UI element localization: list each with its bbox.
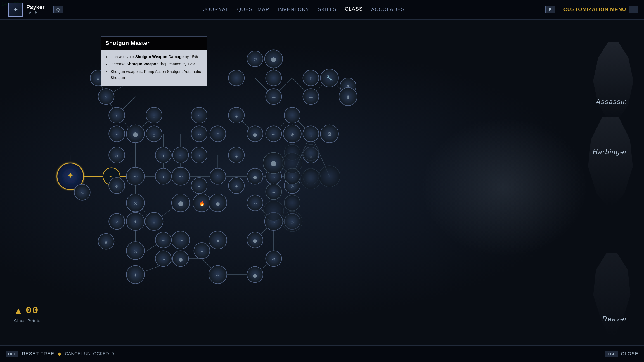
player-level: LVL 5 (26, 10, 45, 15)
reaver-label: Reaver (602, 315, 627, 323)
svg-text:△: △ (153, 133, 155, 137)
svg-text:⚔: ⚔ (133, 249, 138, 254)
svg-text:⚔: ⚔ (115, 220, 119, 224)
svg-text:◈: ◈ (235, 184, 238, 189)
svg-text:♛: ♛ (105, 240, 108, 244)
nav-quest-map[interactable]: QUEST MAP (237, 7, 269, 13)
svg-text:⏱: ⏱ (216, 175, 220, 179)
svg-text:—: — (272, 77, 276, 81)
tooltip-title: Shotgun Master (101, 37, 207, 50)
svg-text:〜: 〜 (178, 174, 183, 180)
svg-text:〜: 〜 (162, 258, 165, 262)
customization-menu[interactable]: CUSTOMIZATION MENU (564, 7, 626, 13)
nav-items: JOURNAL QUEST MAP INVENTORY SKILLS CLASS… (63, 6, 545, 13)
cancel-unlocked-label: CANCEL UNLOCKED: 0 (65, 351, 114, 356)
svg-text:✦: ✦ (133, 273, 137, 278)
svg-text:⬤: ⬤ (133, 132, 138, 137)
svg-text:〜: 〜 (216, 273, 220, 278)
svg-text:🔧: 🔧 (326, 75, 333, 82)
svg-point-214 (264, 201, 284, 221)
svg-text:✦: ✦ (162, 154, 165, 158)
svg-text:⚙: ⚙ (327, 131, 332, 137)
svg-text:〜: 〜 (272, 190, 275, 195)
svg-text:⊕: ⊕ (115, 184, 118, 189)
svg-text:✦: ✦ (67, 172, 74, 180)
svg-text:〜: 〜 (179, 154, 183, 158)
svg-text:⬤: ⬤ (271, 57, 276, 62)
nav-journal[interactable]: JOURNAL (203, 7, 229, 13)
svg-text:〜: 〜 (272, 175, 275, 179)
svg-text:◼: ◼ (216, 239, 219, 243)
svg-text:—: — (290, 114, 294, 118)
svg-text:△: △ (153, 220, 155, 224)
bottom-left-actions: DEL RESET TREE ◆ CANCEL UNLOCKED: 0 (6, 351, 114, 357)
tooltip-bullet-1: Increase your Shotgun Weapon Damage by 1… (110, 54, 202, 60)
nav-accolades[interactable]: ACCOLADES (371, 7, 405, 13)
svg-text:⏱: ⏱ (253, 58, 257, 62)
svg-text:✦: ✦ (162, 175, 165, 179)
skill-tree: Assassin Harbinger Reaver (0, 20, 644, 345)
player-info: ✦ Psyker LVL 5 (8, 3, 45, 17)
harbinger-label: Harbinger (593, 148, 627, 156)
esc-key[interactable]: ESC (605, 351, 618, 357)
nav-divider-left (49, 4, 49, 15)
skill-tooltip: Shotgun Master Increase your Shotgun Wea… (101, 36, 207, 86)
svg-text:⬆: ⬆ (309, 76, 313, 81)
e-key-button[interactable]: E (545, 6, 555, 13)
nav-class[interactable]: CLASS (345, 6, 363, 13)
svg-text:⏱: ⏱ (272, 258, 275, 262)
svg-text:—: — (309, 95, 313, 99)
svg-text:◈: ◈ (235, 154, 238, 158)
svg-text:≡: ≡ (97, 76, 100, 81)
svg-text:✦: ✦ (133, 219, 137, 225)
svg-text:⬤: ⬤ (253, 133, 257, 137)
svg-text:⚔: ⚔ (105, 95, 108, 99)
svg-point-209 (303, 144, 319, 160)
bottom-right-actions: ESC CLOSE (605, 351, 638, 357)
svg-point-216 (301, 169, 321, 189)
svg-text:—: — (272, 95, 276, 99)
nav-inventory[interactable]: INVENTORY (278, 7, 309, 13)
nav-divider-right (559, 4, 559, 15)
svg-text:⬤: ⬤ (178, 201, 183, 206)
svg-text:⏱: ⏱ (216, 133, 220, 137)
svg-point-212 (284, 195, 300, 211)
del-key[interactable]: DEL (6, 351, 18, 357)
svg-text:〜: 〜 (80, 191, 84, 195)
assassin-label: Assassin (596, 98, 627, 106)
svg-point-215 (282, 211, 302, 232)
svg-text:✦: ✦ (198, 154, 201, 158)
bottom-bar: DEL RESET TREE ◆ CANCEL UNLOCKED: 0 ESC … (0, 345, 644, 362)
tooltip-bullet-3: Shotgun weapons: Pump Action Shotgun, Au… (110, 68, 202, 81)
svg-text:〜: 〜 (178, 238, 183, 243)
svg-text:🔥: 🔥 (199, 201, 205, 206)
svg-text:⬤: ⬤ (179, 258, 183, 262)
svg-text:—: — (235, 77, 238, 81)
svg-text:〜: 〜 (162, 239, 165, 243)
svg-text:⬤: ⬤ (253, 175, 257, 180)
player-details: Psyker LVL 5 (26, 4, 45, 15)
tooltip-bullet-2: Increase Shotgun Weapon drop chance by 1… (110, 61, 202, 67)
player-name: Psyker (26, 4, 45, 10)
svg-text:〜: 〜 (133, 174, 138, 180)
svg-text:◎: ◎ (309, 133, 312, 137)
points-value: 00 (26, 305, 39, 316)
main-content: Assassin Harbinger Reaver (0, 20, 644, 345)
close-label[interactable]: CLOSE (621, 351, 638, 357)
l-key-button[interactable]: L (629, 6, 638, 13)
svg-text:⚔: ⚔ (133, 201, 138, 206)
svg-text:⬤: ⬤ (253, 273, 257, 278)
svg-text:⬤: ⬤ (271, 160, 276, 166)
svg-text:⬆: ⬆ (346, 94, 350, 100)
nav-skills[interactable]: SKILLS (318, 7, 337, 13)
svg-text:◎: ◎ (291, 184, 294, 189)
skill-tree-svg: ✦ 〜 ⚙ ⏱ ⬤ ≡ — — (0, 20, 644, 345)
svg-point-213 (282, 153, 302, 173)
q-key-button[interactable]: Q (53, 6, 63, 13)
reset-tree-label[interactable]: RESET TREE (22, 351, 54, 357)
svg-text:〜: 〜 (197, 114, 201, 118)
points-value-row: ▲ 00 (14, 305, 41, 316)
points-icon: ▲ (14, 306, 23, 316)
svg-text:⬤: ⬤ (253, 239, 257, 243)
svg-text:〜: 〜 (253, 202, 257, 206)
